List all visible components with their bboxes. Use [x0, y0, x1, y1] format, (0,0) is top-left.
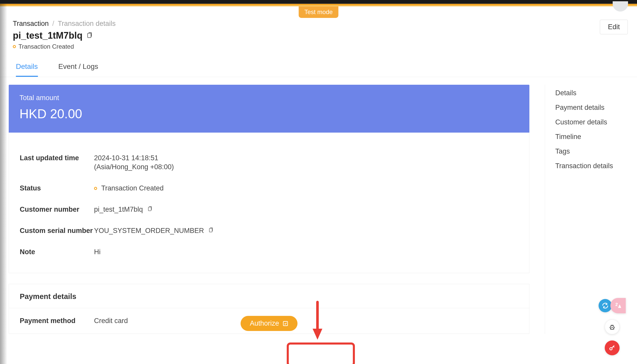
custom-serial-label: Custom serial number	[20, 227, 94, 235]
sidenav-tags[interactable]: Tags	[555, 144, 627, 159]
browser-chrome-bar	[0, 0, 637, 4]
status-dot-icon	[13, 45, 16, 48]
details-card: Last updated time 2024-10-31 14:18:51 (A…	[9, 133, 529, 273]
svg-point-7	[610, 348, 612, 350]
svg-rect-0	[88, 33, 91, 38]
sidenav-payment-details[interactable]: Payment details	[555, 100, 627, 115]
breadcrumb-sep: /	[52, 20, 54, 28]
last-updated-time-label: Last updated time	[20, 154, 94, 162]
key-fab[interactable]	[605, 340, 620, 355]
sidenav-timeline[interactable]: Timeline	[555, 130, 627, 144]
status-text: Transaction Created	[18, 43, 74, 50]
copy-icon[interactable]	[208, 227, 213, 235]
payment-details-card: Payment details Payment method Credit ca…	[9, 284, 529, 334]
test-mode-badge: Test mode	[299, 6, 338, 18]
total-amount-value: HKD 20.00	[19, 106, 519, 121]
bug-icon	[608, 323, 616, 331]
status-badge: Transaction Created	[13, 43, 116, 50]
sidenav-details[interactable]: Details	[555, 86, 627, 100]
customer-number-value: pi_test_1tM7blq	[94, 206, 143, 213]
payment-details-title: Payment details	[9, 284, 529, 308]
last-updated-time-tz: (Asia/Hong_Kong +08:00)	[94, 163, 174, 171]
refresh-icon	[602, 302, 609, 309]
total-amount-label: Total amount	[19, 94, 519, 102]
last-updated-time-value: 2024-10-31 14:18:51	[94, 154, 174, 162]
sidenav-customer-details[interactable]: Customer details	[555, 115, 627, 130]
translate-fab[interactable]	[610, 298, 626, 313]
svg-rect-2	[209, 228, 212, 232]
copy-icon[interactable]	[147, 206, 152, 213]
edit-button[interactable]: Edit	[600, 20, 628, 34]
anchor-sidebar: Details Payment details Customer details…	[545, 85, 627, 334]
status-label: Status	[20, 184, 94, 192]
key-icon	[609, 344, 616, 351]
svg-rect-1	[148, 207, 151, 211]
check-box-icon	[283, 321, 288, 326]
payment-method-label: Payment method	[20, 317, 94, 325]
page-title: pi_test_1tM7blq	[13, 30, 83, 41]
note-label: Note	[20, 248, 94, 256]
breadcrumb: Transaction / Transaction details	[13, 20, 116, 28]
refresh-fab[interactable]	[599, 299, 612, 312]
breadcrumb-root[interactable]: Transaction	[13, 20, 49, 28]
authorize-button[interactable]: Authorize	[241, 316, 297, 331]
status-dot-icon	[94, 187, 97, 190]
tab-event-logs[interactable]: Event / Logs	[58, 62, 98, 77]
copy-icon[interactable]	[86, 31, 92, 40]
note-value: Hi	[94, 248, 101, 256]
payment-method-value: Credit card	[94, 317, 128, 325]
scrollbar[interactable]	[634, 8, 637, 364]
authorize-button-label: Authorize	[250, 319, 279, 327]
tab-details[interactable]: Details	[16, 62, 38, 77]
tabs: Details Event / Logs	[0, 55, 637, 77]
translate-icon	[614, 302, 622, 309]
status-value: Transaction Created	[101, 184, 164, 192]
left-shadow-decoration	[0, 4, 7, 364]
total-amount-card: Total amount HKD 20.00	[9, 85, 529, 133]
custom-serial-value: YOU_SYSTEM_ORDER_NUMBER	[94, 227, 204, 235]
customer-number-label: Customer number	[20, 206, 94, 213]
annotation-highlight-box	[287, 342, 355, 364]
sidenav-transaction-details[interactable]: Transaction details	[555, 159, 627, 173]
bug-fab[interactable]	[605, 319, 620, 334]
breadcrumb-current: Transaction details	[58, 20, 116, 28]
